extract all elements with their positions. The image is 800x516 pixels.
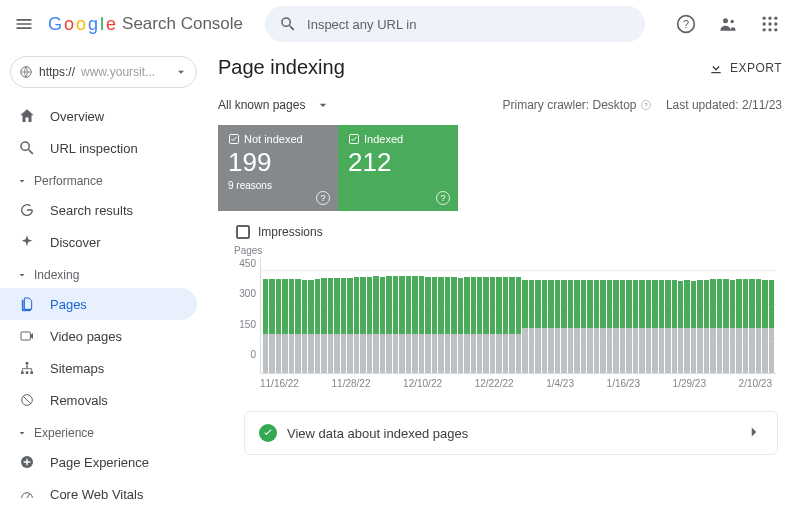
card-not-indexed[interactable]: Not indexed 199 9 reasons ? (218, 125, 338, 211)
chart-bar (496, 277, 501, 373)
checkbox-icon (236, 225, 250, 239)
sidebar-item-mobile-usability[interactable]: Mobile Usability (0, 510, 197, 516)
help-icon[interactable]: ? (640, 99, 652, 111)
chart-bar (736, 279, 741, 373)
chart-bar (561, 280, 566, 373)
card-indexed[interactable]: Indexed 212 ? (338, 125, 458, 211)
chart-bar (652, 280, 657, 373)
export-button[interactable]: EXPORT (708, 60, 782, 76)
chart-bar (743, 279, 748, 373)
sidebar-item-search-results[interactable]: Search results (0, 194, 197, 226)
card-label: Not indexed (244, 133, 303, 145)
impressions-toggle[interactable]: Impressions (236, 225, 782, 239)
download-icon (708, 60, 724, 76)
chart-bar (762, 280, 767, 373)
sidebar-item-video-pages[interactable]: Video pages (0, 320, 197, 352)
card-label: Indexed (364, 133, 403, 145)
sidebar-item-url-inspection[interactable]: URL inspection (0, 132, 197, 164)
menu-icon[interactable] (12, 12, 36, 36)
svg-text:?: ? (683, 18, 689, 30)
chart-bar (373, 276, 378, 373)
sidebar-item-label: Overview (50, 109, 104, 124)
chart-xaxis: 11/16/2211/28/2212/10/2212/22/221/4/231/… (260, 378, 776, 389)
chart-bar (710, 279, 715, 373)
sidebar-group-label: Performance (34, 174, 103, 188)
chart-bar (613, 280, 618, 373)
help-icon[interactable]: ? (436, 191, 450, 205)
svg-point-6 (763, 22, 766, 25)
search-icon (18, 139, 36, 157)
chart-bar (516, 277, 521, 373)
chart-bar (341, 278, 346, 373)
chart-bar (723, 279, 728, 373)
google-g-icon (18, 201, 36, 219)
view-indexed-link[interactable]: View data about indexed pages (244, 411, 778, 455)
sidebar: https://www.yoursit... Overview URL insp… (0, 48, 208, 516)
chart-bar (769, 280, 774, 373)
chart-bar (659, 280, 664, 373)
sitemap-icon (18, 359, 36, 377)
chart-bar (756, 279, 761, 373)
chart-bar (380, 277, 385, 373)
sidebar-item-removals[interactable]: Removals (0, 384, 197, 416)
chevron-down-icon (315, 97, 331, 113)
chart-bar (276, 279, 281, 373)
logo-subtitle: Search Console (122, 14, 243, 34)
primary-crawler: Primary crawler: Desktop ? (502, 98, 651, 112)
card-value: 199 (228, 147, 328, 178)
sidebar-item-sitemaps[interactable]: Sitemaps (0, 352, 197, 384)
logo: Google Search Console (48, 14, 243, 35)
chart-bar (302, 280, 307, 373)
sidebar-group-performance[interactable]: Performance (0, 164, 207, 194)
sidebar-item-label: Search results (50, 203, 133, 218)
search-input[interactable]: Inspect any URL in (265, 6, 645, 42)
sidebar-group-label: Experience (34, 426, 94, 440)
removals-icon (18, 391, 36, 409)
chart-bar (425, 277, 430, 373)
sidebar-item-label: Removals (50, 393, 108, 408)
chart-bar (328, 278, 333, 373)
video-icon (18, 327, 36, 345)
help-icon[interactable]: ? (674, 12, 698, 36)
sidebar-item-pages[interactable]: Pages (0, 288, 197, 320)
svg-text:?: ? (644, 102, 647, 108)
svg-rect-14 (26, 362, 29, 365)
chart-bar (386, 276, 391, 373)
chart-bar (555, 280, 560, 373)
home-icon (18, 107, 36, 125)
help-icon[interactable]: ? (316, 191, 330, 205)
view-indexed-label: View data about indexed pages (287, 426, 468, 441)
speed-icon (18, 485, 36, 503)
chart-bar (354, 277, 359, 373)
sidebar-group-indexing[interactable]: Indexing (0, 258, 207, 288)
sidebar-item-overview[interactable]: Overview (0, 100, 197, 132)
svg-rect-17 (30, 371, 33, 374)
chevron-down-icon (174, 65, 188, 79)
sidebar-item-page-experience[interactable]: Page Experience (0, 446, 197, 478)
svg-point-2 (731, 20, 734, 23)
pages-icon (18, 295, 36, 313)
sidebar-item-label: Pages (50, 297, 87, 312)
svg-point-3 (763, 17, 766, 20)
svg-point-4 (768, 17, 771, 20)
chart-bar (263, 279, 268, 373)
svg-point-11 (774, 28, 777, 31)
svg-rect-16 (26, 371, 29, 374)
svg-point-10 (768, 28, 771, 31)
sidebar-item-discover[interactable]: Discover (0, 226, 197, 258)
chart-bar (587, 280, 592, 373)
apps-icon[interactable] (758, 12, 782, 36)
chart-bar (477, 277, 482, 373)
sidebar-group-experience[interactable]: Experience (0, 416, 207, 446)
sidebar-item-label: Video pages (50, 329, 122, 344)
property-selector[interactable]: https://www.yoursit... (10, 56, 197, 88)
sidebar-item-label: Page Experience (50, 455, 149, 470)
page-filter[interactable]: All known pages (218, 97, 331, 113)
chart-bar (464, 277, 469, 373)
chart-bar (269, 279, 274, 373)
users-icon[interactable] (716, 12, 740, 36)
impressions-label: Impressions (258, 225, 323, 239)
chart-bar (730, 280, 735, 373)
svg-point-5 (774, 17, 777, 20)
sidebar-item-core-web-vitals[interactable]: Core Web Vitals (0, 478, 197, 510)
